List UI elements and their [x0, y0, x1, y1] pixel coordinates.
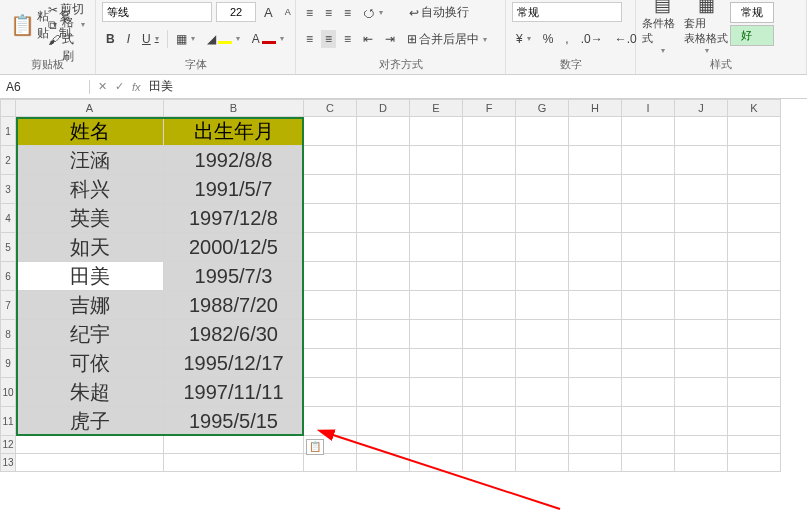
- cell[interactable]: [675, 378, 728, 407]
- cell[interactable]: [304, 454, 357, 472]
- fx-icon[interactable]: fx: [132, 81, 141, 93]
- select-all-corner[interactable]: [0, 99, 16, 117]
- cell[interactable]: [675, 320, 728, 349]
- cell[interactable]: [728, 146, 781, 175]
- cell[interactable]: [410, 175, 463, 204]
- cell[interactable]: [463, 262, 516, 291]
- cell[interactable]: [569, 378, 622, 407]
- cell[interactable]: [728, 436, 781, 454]
- decrease-font-button[interactable]: A: [281, 5, 295, 19]
- cell[interactable]: [463, 175, 516, 204]
- cell-dob[interactable]: 1995/5/15: [164, 407, 304, 436]
- cell[interactable]: [569, 436, 622, 454]
- col-header-G[interactable]: G: [516, 99, 569, 117]
- cell[interactable]: [410, 349, 463, 378]
- align-bottom-button[interactable]: ≡: [340, 4, 355, 22]
- cell[interactable]: [516, 349, 569, 378]
- cell[interactable]: [516, 436, 569, 454]
- cell-name[interactable]: 虎子: [16, 407, 164, 436]
- cell[interactable]: [357, 175, 410, 204]
- cell[interactable]: [516, 291, 569, 320]
- cell[interactable]: [463, 436, 516, 454]
- row-header-11[interactable]: 11: [0, 407, 16, 436]
- cell[interactable]: [357, 204, 410, 233]
- align-middle-button[interactable]: ≡: [321, 4, 336, 22]
- orientation-button[interactable]: ⭯: [359, 4, 387, 22]
- cell-dob[interactable]: 1992/8/8: [164, 146, 304, 175]
- cell-name[interactable]: 可依: [16, 349, 164, 378]
- cell[interactable]: [622, 349, 675, 378]
- cell[interactable]: [463, 454, 516, 472]
- paste-options-tag[interactable]: 📋: [306, 439, 324, 455]
- cell[interactable]: [622, 320, 675, 349]
- cell[interactable]: [516, 146, 569, 175]
- cell[interactable]: [410, 378, 463, 407]
- cell[interactable]: [622, 454, 675, 472]
- col-header-J[interactable]: J: [675, 99, 728, 117]
- cell-dob[interactable]: 1995/7/3: [164, 262, 304, 291]
- cell[interactable]: [410, 436, 463, 454]
- align-right-button[interactable]: ≡: [340, 30, 355, 48]
- cell[interactable]: [622, 291, 675, 320]
- cell[interactable]: [675, 204, 728, 233]
- cell[interactable]: [304, 349, 357, 378]
- cell[interactable]: [410, 320, 463, 349]
- cell[interactable]: [516, 117, 569, 146]
- row-header-5[interactable]: 5: [0, 233, 16, 262]
- cell[interactable]: [728, 407, 781, 436]
- cell-dob[interactable]: 1995/12/17: [164, 349, 304, 378]
- cell[interactable]: [463, 146, 516, 175]
- cell[interactable]: [463, 378, 516, 407]
- cell-dob[interactable]: 1997/12/8: [164, 204, 304, 233]
- cell[interactable]: [304, 204, 357, 233]
- col-header-D[interactable]: D: [357, 99, 410, 117]
- cell[interactable]: [675, 146, 728, 175]
- cell[interactable]: [304, 262, 357, 291]
- enter-icon[interactable]: ✓: [115, 80, 124, 93]
- align-top-button[interactable]: ≡: [302, 4, 317, 22]
- cell-dob[interactable]: 1988/7/20: [164, 291, 304, 320]
- cell[interactable]: [357, 262, 410, 291]
- increase-indent-button[interactable]: ⇥: [381, 30, 399, 48]
- cell[interactable]: [516, 454, 569, 472]
- cell-name[interactable]: 纪宇: [16, 320, 164, 349]
- decrease-indent-button[interactable]: ⇤: [359, 30, 377, 48]
- cell[interactable]: [622, 175, 675, 204]
- header-cell-dob[interactable]: 出生年月: [164, 117, 304, 146]
- cell[interactable]: [463, 349, 516, 378]
- cell[interactable]: [622, 117, 675, 146]
- cell[interactable]: [675, 454, 728, 472]
- borders-button[interactable]: ▦: [172, 30, 199, 48]
- cell[interactable]: [622, 407, 675, 436]
- cell[interactable]: [728, 349, 781, 378]
- worksheet-grid[interactable]: ABCDEFGHIJK 1姓名出生年月2汪涵1992/8/83科兴1991/5/…: [0, 99, 807, 472]
- cell[interactable]: [304, 146, 357, 175]
- cell[interactable]: [728, 233, 781, 262]
- cell-name[interactable]: 汪涵: [16, 146, 164, 175]
- cell[interactable]: [16, 436, 164, 454]
- cell-name[interactable]: 如天: [16, 233, 164, 262]
- cell[interactable]: [357, 117, 410, 146]
- row-header-4[interactable]: 4: [0, 204, 16, 233]
- row-header-8[interactable]: 8: [0, 320, 16, 349]
- cell[interactable]: [357, 454, 410, 472]
- cell[interactable]: [622, 204, 675, 233]
- cell[interactable]: [675, 175, 728, 204]
- conditional-format-button[interactable]: ▤条件格式: [642, 0, 682, 55]
- row-header-10[interactable]: 10: [0, 378, 16, 407]
- cell[interactable]: [410, 233, 463, 262]
- font-color-button[interactable]: A: [248, 30, 288, 48]
- cell[interactable]: [728, 262, 781, 291]
- cell[interactable]: [463, 117, 516, 146]
- cell[interactable]: [569, 407, 622, 436]
- cell-name[interactable]: 朱超: [16, 378, 164, 407]
- cell[interactable]: [569, 233, 622, 262]
- cell[interactable]: [569, 454, 622, 472]
- col-header-E[interactable]: E: [410, 99, 463, 117]
- row-header-9[interactable]: 9: [0, 349, 16, 378]
- merge-center-button[interactable]: ⊞合并后居中: [403, 29, 491, 50]
- cell[interactable]: [728, 320, 781, 349]
- cell[interactable]: [463, 320, 516, 349]
- col-header-A[interactable]: A: [16, 99, 164, 117]
- cell[interactable]: [675, 407, 728, 436]
